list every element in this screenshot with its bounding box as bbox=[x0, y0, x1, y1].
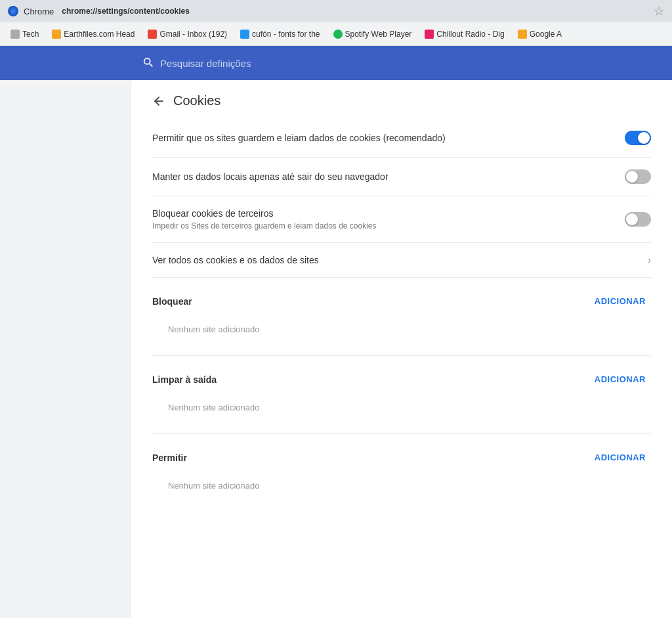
clear-section-header: Limpar à saída ADICIONAR bbox=[152, 372, 651, 395]
block-third-party-content: Bloquear cookies de terceiros Impedir os… bbox=[152, 208, 625, 231]
bookmark-label: Tech bbox=[22, 30, 39, 39]
url-suffix: /content/cookies bbox=[127, 7, 190, 16]
block-third-party-desc: Impedir os Sites de terceiros guardem e … bbox=[152, 221, 614, 231]
bookmark-item[interactable]: Earthfiles.com Head bbox=[47, 27, 140, 41]
title-bar: Chrome chrome://settings/content/cookies… bbox=[0, 0, 672, 22]
bookmark-label: Gmail - Inbox (192) bbox=[159, 30, 227, 39]
bookmark-label: Google A bbox=[530, 30, 562, 39]
settings-section: Permitir que os sites guardem e leiam da… bbox=[131, 119, 672, 506]
bookmark-item[interactable]: Google A bbox=[513, 27, 567, 41]
view-all-cookies-title: Ver todos os cookies e os dados de sites bbox=[152, 255, 319, 265]
clear-section-title: Limpar à saída bbox=[152, 374, 217, 385]
bookmark-label: cufón - fonts for the bbox=[252, 30, 320, 39]
clear-empty-state: Nenhum site adicionado bbox=[152, 395, 651, 428]
allow-section-title: Permitir bbox=[152, 452, 187, 463]
divider bbox=[152, 355, 651, 356]
toggle-track-on[interactable] bbox=[625, 131, 651, 145]
bookmark-favicon bbox=[518, 30, 527, 39]
tab-title: Chrome bbox=[24, 7, 54, 16]
clear-section: Limpar à saída ADICIONAR Nenhum site adi… bbox=[152, 372, 651, 428]
page-header: Cookies bbox=[131, 80, 672, 119]
chrome-icon bbox=[8, 6, 18, 16]
block-add-button[interactable]: ADICIONAR bbox=[589, 294, 651, 309]
bookmark-item[interactable]: cufón - fonts for the bbox=[235, 27, 325, 41]
bookmark-label: Chillout Radio - Dig bbox=[436, 30, 504, 39]
back-button[interactable] bbox=[152, 95, 165, 108]
bookmark-favicon bbox=[10, 30, 20, 39]
block-third-party-toggle[interactable] bbox=[625, 212, 651, 227]
allow-section: Permitir ADICIONAR Nenhum site adicionad… bbox=[152, 450, 651, 506]
clear-on-exit-title: Manter os dados locais apenas até sair d… bbox=[152, 171, 614, 182]
main-layout: Cookies Permitir que os sites guardem e … bbox=[0, 46, 672, 618]
chevron-right-icon: › bbox=[648, 255, 651, 265]
toggle-knob bbox=[638, 132, 650, 144]
toggle-track-off[interactable] bbox=[625, 169, 651, 184]
view-all-cookies-row[interactable]: Ver todos os cookies e os dados de sites… bbox=[152, 243, 651, 278]
content-area: Cookies Permitir que os sites guardem e … bbox=[0, 80, 672, 618]
allow-cookies-title: Permitir que os sites guardem e leiam da… bbox=[152, 133, 614, 143]
bookmark-item[interactable]: Gmail - Inbox (192) bbox=[142, 27, 232, 41]
search-bar bbox=[131, 46, 672, 80]
block-third-party-title: Bloquear cookies de terceiros bbox=[152, 208, 614, 219]
block-section: Bloquear ADICIONAR Nenhum site adicionad… bbox=[152, 294, 651, 350]
clear-on-exit-row: Manter os dados locais apenas até sair d… bbox=[152, 158, 651, 196]
allow-cookies-content: Permitir que os sites guardem e leiam da… bbox=[152, 133, 625, 143]
block-third-party-row: Bloquear cookies de terceiros Impedir os… bbox=[152, 196, 651, 243]
bookmark-item[interactable]: Chillout Radio - Dig bbox=[419, 27, 509, 41]
bookmark-favicon bbox=[333, 30, 343, 39]
toggle-track-off[interactable] bbox=[625, 212, 651, 227]
bookmark-favicon bbox=[425, 30, 434, 39]
block-empty-state: Nenhum site adicionado bbox=[152, 317, 651, 350]
divider bbox=[152, 433, 651, 434]
allow-cookies-row: Permitir que os sites guardem e leiam da… bbox=[152, 119, 651, 158]
bookmark-star-icon[interactable]: ☆ bbox=[654, 4, 664, 18]
sidebar-top-spacer bbox=[0, 46, 131, 80]
allow-cookies-toggle[interactable] bbox=[625, 131, 651, 145]
toggle-knob bbox=[626, 171, 638, 183]
url-bold: settings bbox=[97, 7, 127, 16]
clear-on-exit-content: Manter os dados locais apenas até sair d… bbox=[152, 171, 625, 182]
url-prefix: chrome:// bbox=[62, 7, 97, 16]
toggle-knob bbox=[626, 213, 638, 225]
block-section-title: Bloquear bbox=[152, 296, 192, 307]
allow-empty-state: Nenhum site adicionado bbox=[152, 473, 651, 506]
search-icon bbox=[142, 56, 154, 70]
bookmark-favicon bbox=[240, 30, 249, 39]
bookmark-item[interactable]: Spotify Web Player bbox=[328, 27, 417, 41]
bookmark-label: Earthfiles.com Head bbox=[64, 30, 135, 39]
page-title: Cookies bbox=[173, 93, 220, 108]
clear-add-button[interactable]: ADICIONAR bbox=[589, 372, 651, 387]
block-section-header: Bloquear ADICIONAR bbox=[152, 294, 651, 317]
bookmarks-bar: Tech Earthfiles.com Head Gmail - Inbox (… bbox=[0, 22, 672, 46]
bookmark-label: Spotify Web Player bbox=[345, 30, 412, 39]
clear-on-exit-toggle[interactable] bbox=[625, 169, 651, 184]
allow-section-header: Permitir ADICIONAR bbox=[152, 450, 651, 473]
allow-add-button[interactable]: ADICIONAR bbox=[589, 450, 651, 465]
bookmark-favicon bbox=[52, 30, 61, 39]
bookmark-item[interactable]: Tech bbox=[5, 27, 44, 41]
bookmark-favicon bbox=[148, 30, 157, 39]
search-input[interactable] bbox=[160, 58, 662, 69]
address-bar[interactable]: chrome://settings/content/cookies bbox=[62, 7, 190, 16]
